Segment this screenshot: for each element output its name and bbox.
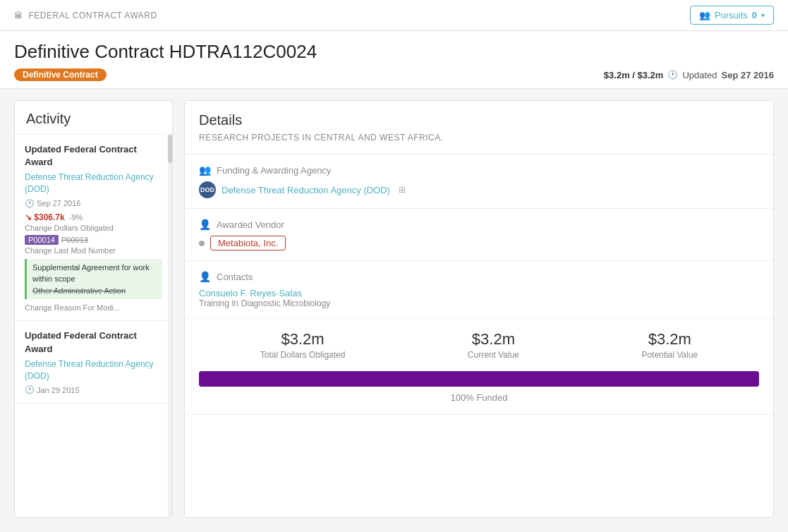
current-value-value: $3.2m [468, 330, 519, 349]
strikethrough-text: Other Administrative Action [32, 286, 126, 295]
activity-scroll[interactable]: Updated Federal Contract Award Defense T… [15, 135, 172, 517]
financials-grid: $3.2m Total Dollars Obligated $3.2m Curr… [199, 330, 759, 360]
supplemental-box: Supplemental Agreement for work within s… [25, 259, 162, 300]
mod-row: P00014 P00013 [25, 235, 162, 245]
chevron-down-icon: ▾ [761, 11, 765, 19]
activity-item-agency[interactable]: Defense Threat Reduction Agency (DOD) [25, 358, 162, 382]
vendor-dot [199, 241, 205, 246]
potential-value-label: Potential Value [641, 350, 698, 360]
activity-heading: Activity [15, 101, 172, 135]
clock-icon-small: 🕐 [25, 385, 35, 394]
activity-sidebar: Activity Updated Federal Contract Award … [14, 100, 173, 518]
details-top: Details RESEARCH PROJECTS IN CENTRAL AND… [185, 101, 773, 155]
potential-value: $3.2m Potential Value [641, 330, 698, 360]
top-bar: 🏛 FEDERAL CONTRACT AWARD 👥 Pursuits 0 ▾ [0, 0, 788, 31]
details-subtitle: RESEARCH PROJECTS IN CENTRAL AND WEST AF… [199, 133, 759, 143]
activity-item-title: Updated Federal Contract Award [25, 143, 162, 169]
updated-info: $3.2m / $3.2m 🕐 Updated Sep 27 2016 [604, 70, 774, 80]
financials-section: $3.2m Total Dollars Obligated $3.2m Curr… [185, 319, 773, 415]
agency-row: DOD Defense Threat Reduction Agency (DOD… [199, 181, 759, 198]
vendor-section: 👤 Awarded Vendor Metabiota, Inc. [185, 209, 773, 261]
scrollbar-thumb[interactable] [168, 135, 172, 163]
total-dollars-label: Total Dollars Obligated [260, 350, 346, 360]
activity-item-date: 🕐 Jan 29 2015 [25, 385, 80, 394]
total-dollars-value: $3.2m [260, 330, 346, 349]
activity-item-agency[interactable]: Defense Threat Reduction Agency (DOD) [25, 171, 162, 195]
current-value: $3.2m Current Value [468, 330, 519, 360]
activity-item-date: 🕐 Sep 27 2016 [25, 199, 80, 208]
agency-link[interactable]: Defense Threat Reduction Agency (DOD) [222, 185, 390, 195]
progress-bar-track [199, 371, 759, 387]
current-value-label: Current Value [468, 350, 519, 360]
award-type-label: 🏛 FEDERAL CONTRACT AWARD [14, 11, 157, 20]
page-header: Definitive Contract HDTRA112C0024 Defini… [0, 31, 788, 89]
activity-item-title: Updated Federal Contract Award [25, 330, 162, 355]
change-label: Change Dollars Obligated [25, 224, 162, 232]
details-title: Details [199, 112, 759, 128]
contract-type-badge: Definitive Contract [14, 68, 107, 81]
contact-name[interactable]: Consuelo F. Reyes-Salas [199, 288, 759, 298]
funding-label: 👥 Funding & Awarding Agency [199, 164, 759, 176]
contacts-icon: 👤 [199, 271, 211, 282]
people-icon: 👥 [199, 164, 211, 176]
vendor-label: 👤 Awarded Vendor [199, 219, 759, 230]
contact-row: Consuelo F. Reyes-Salas Training In Diag… [199, 288, 759, 308]
contact-title: Training In Diagnostic Microbiology [199, 298, 759, 308]
potential-value-value: $3.2m [641, 330, 698, 349]
mod-label: Change Last Mod Number [25, 246, 162, 255]
flag-icon: 🏛 [14, 11, 23, 20]
change-down-icon: ↘ $306.7k [25, 212, 65, 222]
header-meta: Definitive Contract $3.2m / $3.2m 🕐 Upda… [14, 68, 774, 81]
agency-logo: DOD [199, 181, 216, 198]
funding-section: 👥 Funding & Awarding Agency DOD Defense … [185, 155, 773, 209]
contacts-section: 👤 Contacts Consuelo F. Reyes-Salas Train… [185, 261, 773, 319]
total-dollars: $3.2m Total Dollars Obligated [260, 330, 346, 360]
progress-bar-fill [199, 371, 759, 387]
clock-icon-small: 🕐 [25, 199, 35, 208]
contacts-label: 👤 Contacts [199, 271, 759, 282]
mod-new-badge: P00014 [25, 235, 59, 245]
pursuits-button[interactable]: 👥 Pursuits 0 ▾ [690, 6, 774, 25]
change-reason: Change Reason For Modi... [25, 303, 162, 312]
page-title: Definitive Contract HDTRA112C0024 [14, 41, 774, 63]
vendor-icon: 👤 [199, 219, 211, 230]
vendor-link[interactable]: Metabiota, Inc. [210, 236, 286, 250]
scrollbar-track [168, 135, 172, 517]
funded-label: 100% Funded [199, 392, 759, 403]
details-panel: Details RESEARCH PROJECTS IN CENTRAL AND… [184, 100, 774, 518]
main-layout: Activity Updated Federal Contract Award … [0, 89, 788, 529]
hierarchy-icon: ⊞ [399, 185, 406, 195]
clock-icon: 🕐 [667, 70, 678, 80]
activity-item: Updated Federal Contract Award Defense T… [15, 135, 172, 321]
activity-item: Updated Federal Contract Award Defense T… [15, 321, 172, 404]
change-row: ↘ $306.7k -9% [25, 212, 162, 222]
vendor-row: Metabiota, Inc. [199, 236, 759, 250]
mod-old-badge: P00013 [61, 236, 88, 244]
pursuits-icon: 👥 [699, 10, 710, 20]
